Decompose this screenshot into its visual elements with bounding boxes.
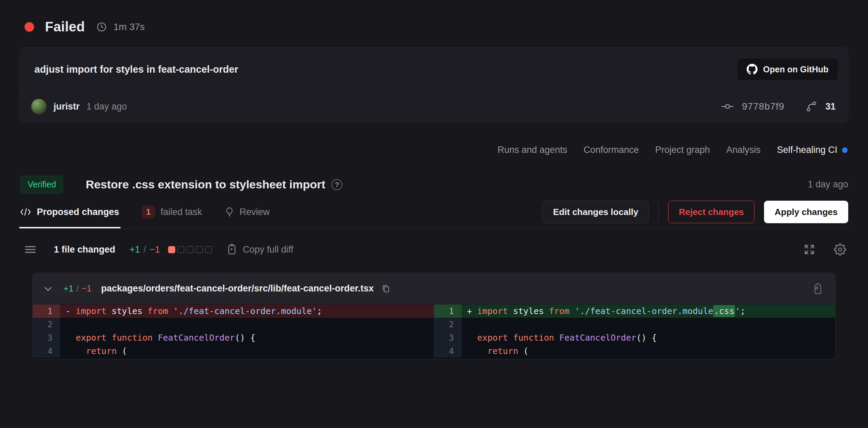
clipboard-paste-icon[interactable] <box>812 283 824 295</box>
tabs-row: Proposed changes 1 failed task Review Ed… <box>20 196 848 229</box>
nav-item-conformance[interactable]: Conformance <box>584 145 639 155</box>
fix-heading-row: Verified Restore .css extension to style… <box>20 176 848 193</box>
fix-title: Restore .css extension to stylesheet imp… <box>86 178 325 191</box>
slash: / <box>144 244 146 255</box>
open-on-github-label: Open on GitHub <box>763 65 828 74</box>
status-label: Failed <box>45 19 85 34</box>
code-line: 1- import styles from './feat-cancel-ord… <box>33 304 434 318</box>
code-line: 3 export function FeatCancelOrder() { <box>33 331 434 344</box>
tab-review[interactable]: Review <box>225 197 270 228</box>
line-number: 4 <box>33 344 60 358</box>
code-content <box>60 318 434 331</box>
change-count: 31 <box>825 101 836 112</box>
code-content: return ( <box>462 344 836 358</box>
github-icon <box>747 64 758 75</box>
page: Failed 1m 37s adjust import for styles i… <box>0 0 868 428</box>
file-removed-count: −1 <box>81 283 92 294</box>
diff-block <box>177 246 184 253</box>
tab-failed-task[interactable]: 1 failed task <box>142 196 202 229</box>
file-path: packages/orders/feat-cancel-order/src/li… <box>101 283 374 294</box>
nav-item-project-graph[interactable]: Project graph <box>655 145 710 155</box>
diff-block <box>168 246 175 253</box>
status-row: Failed 1m 37s <box>25 0 848 34</box>
added-count: +1 <box>130 244 140 255</box>
code-line: 2 <box>434 318 836 331</box>
removed-count: −1 <box>149 244 160 255</box>
code-content: export function FeatCancelOrder() { <box>60 331 434 344</box>
clipboard-icon <box>226 244 237 255</box>
chevron-down-icon[interactable] <box>43 284 53 294</box>
diff-blocks <box>168 246 212 253</box>
copy-path-icon[interactable] <box>381 284 391 294</box>
copy-full-diff-label: Copy full diff <box>243 244 293 255</box>
fix-time: 1 day ago <box>808 179 848 190</box>
gear-icon[interactable] <box>834 243 846 256</box>
branch-icon <box>806 101 817 112</box>
status-dot <box>25 22 34 32</box>
code-content <box>462 318 836 331</box>
slash: / <box>76 283 79 294</box>
code-icon <box>20 208 31 216</box>
diff-pane-new[interactable]: 1+ import styles from './feat-cancel-ord… <box>434 304 836 359</box>
lightbulb-icon <box>225 207 234 217</box>
file-added-count: +1 <box>63 283 74 294</box>
notification-dot <box>842 147 848 153</box>
line-number: 1 <box>33 304 60 318</box>
code-line: 4 return ( <box>434 344 836 358</box>
nav-item-self-healing-ci[interactable]: Self-healing CI <box>777 145 848 155</box>
verified-badge: Verified <box>20 176 63 193</box>
code-content: - import styles from './feat-cancel-orde… <box>60 304 434 318</box>
copy-full-diff-button[interactable]: Copy full diff <box>226 244 293 255</box>
status-duration: 1m 37s <box>114 22 145 32</box>
code-line: 3 export function FeatCancelOrder() { <box>434 331 836 344</box>
commit-icon <box>721 101 734 112</box>
failed-count-badge: 1 <box>142 205 155 218</box>
line-number: 1 <box>434 304 462 318</box>
clock-icon <box>96 22 107 32</box>
code-line: 1+ import styles from './feat-cancel-ord… <box>434 304 836 318</box>
diff-card: +1 / −1 packages/orders/feat-cancel-orde… <box>32 273 836 359</box>
line-number: 2 <box>434 318 462 331</box>
help-icon[interactable]: ? <box>331 179 342 190</box>
diff-block <box>196 246 203 253</box>
file-list-menu-icon[interactable] <box>25 245 36 254</box>
nav-item-label: Self-healing CI <box>777 145 837 155</box>
line-number: 3 <box>33 331 60 344</box>
files-changed-label: 1 file changed <box>54 244 115 255</box>
code-content: + import styles from './feat-cancel-orde… <box>462 304 836 318</box>
apply-changes-button[interactable]: Apply changes <box>764 201 848 223</box>
code-line: 2 <box>33 318 434 331</box>
diff-body: 1- import styles from './feat-cancel-ord… <box>33 304 835 359</box>
nav-item-runs-and-agents[interactable]: Runs and agents <box>498 145 567 155</box>
diff-block <box>186 246 194 253</box>
author-time: 1 day ago <box>87 101 127 112</box>
avatar[interactable] <box>31 99 47 114</box>
tab-label: Proposed changes <box>37 207 119 217</box>
reject-changes-button[interactable]: Reject changes <box>668 201 754 223</box>
open-on-github-button[interactable]: Open on GitHub <box>737 58 838 81</box>
tab-label: Review <box>240 207 270 217</box>
code-line: 4 return ( <box>33 344 434 358</box>
top-nav: Runs and agents Conformance Project grap… <box>20 145 848 155</box>
tab-label: failed task <box>161 207 202 217</box>
diff-block <box>205 246 212 253</box>
diff-toolbar: 1 file changed +1 / −1 Copy full diff <box>20 243 848 256</box>
line-number: 2 <box>33 318 60 331</box>
divider <box>658 202 659 222</box>
author-name: juristr <box>54 101 80 112</box>
expand-icon[interactable] <box>803 243 815 256</box>
tab-proposed-changes[interactable]: Proposed changes <box>20 197 119 228</box>
edit-changes-locally-button[interactable]: Edit changes locally <box>542 201 649 223</box>
code-content: export function FeatCancelOrder() { <box>462 331 836 344</box>
diff-file-header: +1 / −1 packages/orders/feat-cancel-orde… <box>33 273 835 304</box>
code-content: return ( <box>60 344 434 358</box>
commit-hash[interactable]: 9778b7f9 <box>742 101 784 112</box>
line-number: 3 <box>434 331 462 344</box>
line-number: 4 <box>434 344 462 358</box>
nav-item-analysis[interactable]: Analysis <box>726 145 761 155</box>
commit-title: adjust import for styles in feat-cancel-… <box>34 64 238 75</box>
commit-card: adjust import for styles in feat-cancel-… <box>20 47 848 122</box>
diff-pane-old[interactable]: 1- import styles from './feat-cancel-ord… <box>33 304 434 359</box>
